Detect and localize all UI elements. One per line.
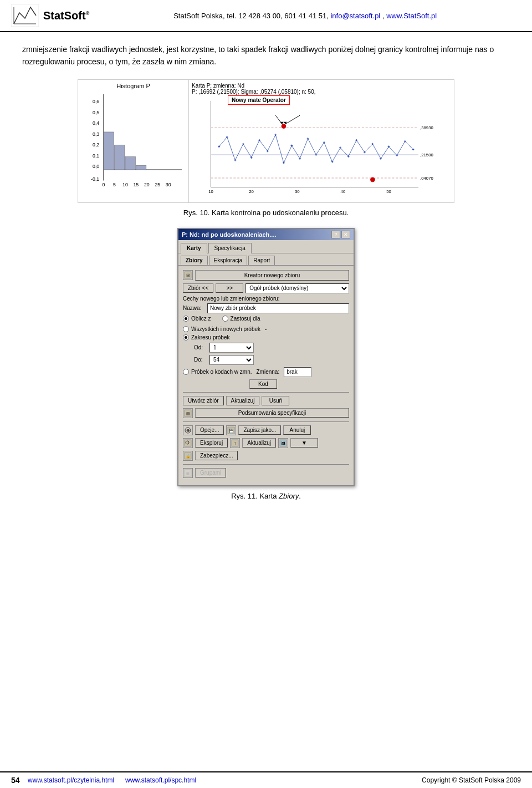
zakresu-row: Zakresu próbek <box>183 334 349 340</box>
tab-karty[interactable]: Karty <box>181 243 207 253</box>
zakresu-radio[interactable] <box>183 334 189 340</box>
dialog-window: P: Nd: nd po udoskonaleniach.... ? ✕ Kar… <box>177 228 355 486</box>
header-contact: StatSoft Polska, tel. 12 428 43 00, 601 … <box>89 12 521 20</box>
intro-paragraph: zmniejszenie frakcji wadliwych jednostek… <box>22 43 510 68</box>
histogram-chart: 0,6 0,5 0,4 0,3 0,2 0,1 0,0 -0,1 0 5 10 … <box>81 91 186 191</box>
dialog-title: P: Nd: nd po udoskonaleniach.... <box>182 231 277 238</box>
cechy-label: Cechy nowego lub zmienionego zbioru: <box>183 296 349 302</box>
oblicz-label: Oblicz z <box>191 316 211 322</box>
dialog-titlebar: P: Nd: nd po udoskonaleniach.... ? ✕ <box>178 229 354 240</box>
svg-text:0,4: 0,4 <box>93 120 99 126</box>
svg-text:🖼: 🖼 <box>281 441 285 445</box>
page-footer: 54 www.statsoft.pl/czytelnia.html www.st… <box>0 771 532 788</box>
brand-name: StatSoft® <box>43 9 89 22</box>
svg-text:10: 10 <box>208 189 213 194</box>
grupami-button[interactable]: Grupami <box>195 468 226 477</box>
aktualizuj-button[interactable]: Aktualizuj <box>226 396 260 405</box>
website-link[interactable]: www.StatSoft.pl <box>386 12 437 20</box>
probek-radio[interactable] <box>183 369 189 375</box>
kreator-icon: ⊞ <box>183 270 193 280</box>
od-dropdown[interactable]: 1 <box>209 343 254 353</box>
svg-text:15: 15 <box>133 182 139 187</box>
footer-link-czytelnia[interactable]: www.statsoft.pl/czytelnia.html <box>28 776 114 784</box>
fig11-italic: Zbiory <box>279 492 299 500</box>
subtab-raport[interactable]: Raport <box>248 256 275 265</box>
zabezpiecz-button[interactable]: Zabezpiecz... <box>195 451 238 460</box>
histogram-title: Histogram P <box>81 83 186 89</box>
svg-text:50: 50 <box>386 189 391 194</box>
histogram-panel: Histogram P 0,6 0,5 0,4 0,3 0,2 0,1 0,0 <box>78 80 189 202</box>
nazwa-input[interactable] <box>207 303 349 313</box>
podsumowania-row: ▤ Podsumowania specyfikacji <box>183 408 349 418</box>
svg-text:,38930: ,38930 <box>420 125 433 130</box>
svg-text:0,3: 0,3 <box>93 131 99 137</box>
footer-link-spc[interactable]: www.statsoft.pl/spc.html <box>125 776 196 784</box>
email-link[interactable]: info@statsoft.pl <box>330 12 380 20</box>
help-button[interactable]: ? <box>331 231 340 238</box>
svg-rect-0 <box>11 4 39 27</box>
kod-button[interactable]: Kod <box>249 379 277 389</box>
aktualizuj2-button[interactable]: Aktualizuj <box>242 438 276 448</box>
utworz-button[interactable]: Utwórz zbiór <box>183 396 224 405</box>
oblicz-row: Oblicz z Zastosuj dla <box>183 316 349 324</box>
eksploruj-row: Eksploruj ↑ Aktualizuj 🖼 ▼ <box>183 438 349 448</box>
svg-text:40: 40 <box>341 189 346 194</box>
zabezpiecz-row: 🔒 Zabezpiecz... <box>183 451 349 461</box>
tab-specyfikacja[interactable]: Specyfikacja <box>208 243 252 253</box>
chart-area: Histogram P 0,6 0,5 0,4 0,3 0,2 0,1 0,0 <box>22 79 510 203</box>
zbior-back-button[interactable]: Zbiór << <box>183 283 213 293</box>
opcje-row: ⊕ Opcje... 💾 Zapisz jako... Anuluj <box>183 425 349 435</box>
svg-text:20: 20 <box>249 189 254 194</box>
zastosuj-radio-row: Zastosuj dla <box>222 316 260 322</box>
dialog-top-tabs: Karty Specyfikacja <box>178 240 354 253</box>
nazwa-label: Nazwa: <box>183 305 205 311</box>
anuluj-button[interactable]: Anuluj <box>283 425 311 435</box>
svg-rect-23 <box>136 165 146 170</box>
main-content: zmniejszenie frakcji wadliwych jednostek… <box>0 32 532 522</box>
nowy-mate-box: Nowy mate Operator <box>228 95 290 105</box>
utworz-row: Utwórz zbiór Aktualizuj Usuń <box>183 396 349 405</box>
fig11-suffix: . <box>299 492 301 500</box>
subtab-eksploracja[interactable]: Eksploracja <box>209 256 248 265</box>
img-icon: 🖼 <box>278 438 288 448</box>
svg-text:25: 25 <box>155 182 160 187</box>
fig11-caption: Rys. 11. Karta Zbiory. <box>22 492 510 500</box>
zbior-dropdown[interactable]: Ogół próbek (domyślny) <box>245 283 349 293</box>
chart-wrapper: Histogram P 0,6 0,5 0,4 0,3 0,2 0,1 0,0 <box>78 79 454 203</box>
wszystkich-row: Wszystkich i nowych próbek - <box>183 326 349 332</box>
do-dropdown[interactable]: 54 <box>209 355 254 365</box>
copyright: Copyright © StatSoft Polska 2009 <box>422 776 521 784</box>
close-button[interactable]: ✕ <box>341 231 350 238</box>
zbior-fwd-button[interactable]: >> <box>216 283 243 293</box>
eksploruj-button[interactable]: Eksploruj <box>195 438 228 448</box>
page-header: StatSoft® StatSoft Polska, tel. 12 428 4… <box>0 0 532 32</box>
oblicz-radio[interactable] <box>183 316 189 322</box>
subtab-zbiory[interactable]: Zbiory <box>181 256 208 265</box>
svg-text:⊞: ⊞ <box>186 471 190 475</box>
zakresu-label: Zakresu próbek <box>191 334 229 340</box>
svg-rect-20 <box>104 132 114 170</box>
opcje-button[interactable]: Opcje... <box>195 425 224 435</box>
zastosuj-radio[interactable] <box>222 316 228 322</box>
kreator-button[interactable]: Kreator nowego zbioru <box>195 270 349 281</box>
aktualizuj-icon: ↑ <box>230 438 240 448</box>
zmienna-input[interactable] <box>284 367 311 377</box>
zapisz-button[interactable]: Zapisz jako... <box>238 425 281 435</box>
dialog-body: ⊞ Kreator nowego zbioru Zbiór << >> Ogół… <box>178 266 354 485</box>
zmienna-label: Zmienna: <box>257 369 280 375</box>
svg-text:30: 30 <box>295 189 300 194</box>
separator1 <box>183 392 349 393</box>
podsumowania-icon: ▤ <box>183 408 193 418</box>
grupami-icon: ⊞ <box>183 468 193 478</box>
logo-area: StatSoft® <box>11 4 89 27</box>
svg-rect-22 <box>125 157 135 170</box>
usun-button[interactable]: Usuń <box>262 396 289 405</box>
wszystkich-radio[interactable] <box>183 326 189 332</box>
page-number: 54 <box>11 776 28 785</box>
zastosuj-label: Zastosuj dla <box>231 316 260 322</box>
podsumowania-button[interactable]: Podsumowania specyfikacji <box>195 408 349 418</box>
svg-text:↑: ↑ <box>234 441 236 446</box>
opcje-icon: ⊕ <box>183 425 193 435</box>
kreator-row: ⊞ Kreator nowego zbioru <box>183 270 349 281</box>
img-button[interactable]: ▼ <box>290 438 318 448</box>
